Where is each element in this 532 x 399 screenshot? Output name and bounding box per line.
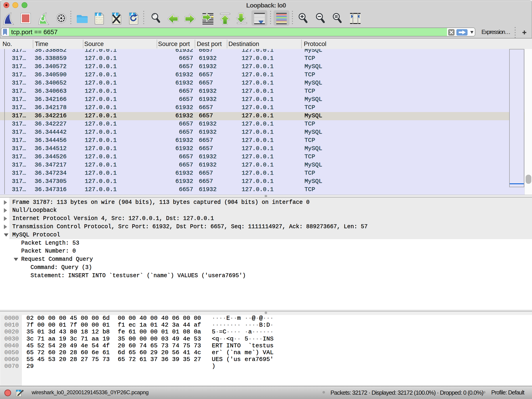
svg-text:01110: 01110: [96, 21, 103, 24]
